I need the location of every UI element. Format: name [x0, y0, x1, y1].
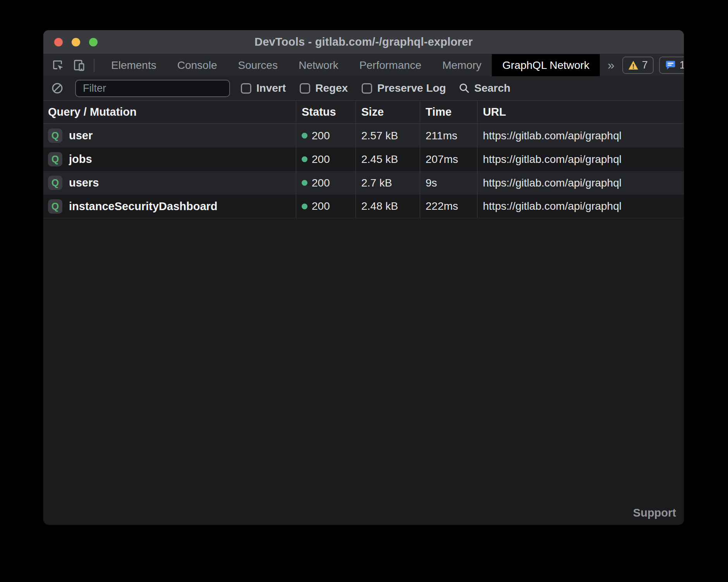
url-cell: https://gitlab.com/api/graphql	[477, 124, 684, 147]
filter-bar: InvertRegexPreserve Log Search	[43, 76, 684, 101]
checkbox-box[interactable]	[300, 83, 310, 94]
inspect-cursor-icon	[52, 59, 65, 72]
toolbar-right: 7 1	[622, 54, 684, 76]
status-code: 200	[312, 153, 330, 166]
device-toolbar-button[interactable]	[70, 57, 88, 74]
table-row-user[interactable]: Quser2002.57 kB211mshttps://gitlab.com/a…	[43, 124, 684, 147]
status-code: 200	[312, 177, 330, 189]
time-cell: 222ms	[420, 195, 477, 218]
table-row-jobs[interactable]: Qjobs2002.45 kB207mshttps://gitlab.com/a…	[43, 147, 684, 171]
filter-input[interactable]	[75, 80, 230, 97]
status-dot	[302, 156, 307, 162]
status-cell: 200	[296, 171, 355, 195]
support-link[interactable]: Support	[633, 507, 676, 519]
message-count: 1	[680, 59, 684, 71]
tab-performance[interactable]: Performance	[349, 54, 432, 76]
table-body: Quser2002.57 kB211mshttps://gitlab.com/a…	[43, 124, 684, 218]
tab-graphql-network[interactable]: GraphQL Network	[492, 54, 600, 76]
filter-checkboxes: InvertRegexPreserve Log	[241, 82, 446, 94]
tab-sources[interactable]: Sources	[227, 54, 288, 76]
traffic-lights	[54, 30, 98, 54]
block-icon	[51, 82, 64, 94]
search-label: Search	[474, 82, 510, 94]
panel-tabs: ElementsConsoleSourcesNetworkPerformance…	[101, 54, 600, 76]
status-dot	[302, 180, 307, 186]
status-cell: 200	[296, 124, 355, 147]
checkbox-label: Invert	[256, 82, 286, 94]
zoom-button[interactable]	[89, 38, 98, 46]
toolbar-left-icons	[43, 54, 101, 76]
query-name: instanceSecurityDashboard	[69, 200, 218, 213]
column-header-status[interactable]: Status	[296, 101, 355, 123]
table-row-instanceSecurityDashboard[interactable]: QinstanceSecurityDashboard2002.48 kB222m…	[43, 195, 684, 218]
search-control[interactable]: Search	[458, 82, 510, 94]
query-name: user	[69, 129, 93, 142]
time-cell: 207ms	[420, 147, 477, 171]
messages-badge[interactable]: 1	[659, 56, 684, 74]
size-cell: 2.45 kB	[355, 147, 420, 171]
query-name: users	[69, 176, 99, 189]
checkbox-regex[interactable]: Regex	[300, 82, 348, 94]
status-cell: 200	[296, 195, 355, 218]
device-toolbar-icon	[72, 59, 86, 72]
chat-bubble-icon	[665, 60, 676, 70]
toolbar-divider	[94, 59, 94, 72]
warning-count: 7	[642, 59, 648, 71]
status-code: 200	[312, 200, 330, 212]
url-cell: https://gitlab.com/api/graphql	[477, 195, 684, 218]
clear-block-button[interactable]	[50, 81, 64, 95]
table-row-users[interactable]: Qusers2002.7 kB9shttps://gitlab.com/api/…	[43, 171, 684, 195]
search-icon	[458, 82, 470, 94]
checkbox-label: Regex	[315, 82, 348, 94]
query-type-badge: Q	[48, 176, 62, 190]
window-title: DevTools - gitlab.com/-/graphql-explorer	[254, 36, 472, 48]
query-cell: Quser	[43, 124, 296, 147]
warning-triangle-icon	[628, 60, 639, 70]
query-cell: Qjobs	[43, 147, 296, 171]
checkbox-box[interactable]	[241, 83, 251, 94]
checkbox-box[interactable]	[362, 83, 372, 94]
close-button[interactable]	[54, 38, 63, 46]
devtools-tab-bar: ElementsConsoleSourcesNetworkPerformance…	[43, 54, 684, 76]
size-cell: 2.57 kB	[355, 124, 420, 147]
checkbox-invert[interactable]: Invert	[241, 82, 286, 94]
size-cell: 2.48 kB	[355, 195, 420, 218]
issues-warning-badge[interactable]: 7	[622, 56, 654, 74]
status-dot	[302, 133, 307, 139]
column-header-time[interactable]: Time	[420, 101, 477, 123]
query-type-badge: Q	[48, 199, 62, 214]
time-cell: 211ms	[420, 124, 477, 147]
time-cell: 9s	[420, 171, 477, 195]
tab-console[interactable]: Console	[167, 54, 228, 76]
tab-memory[interactable]: Memory	[432, 54, 492, 76]
title-bar: DevTools - gitlab.com/-/graphql-explorer	[43, 30, 684, 54]
empty-content-area	[43, 218, 684, 525]
size-cell: 2.7 kB	[355, 171, 420, 195]
more-tabs-button[interactable]: »	[600, 54, 622, 76]
column-header-url[interactable]: URL	[477, 101, 684, 123]
query-cell: Qusers	[43, 171, 296, 195]
query-type-badge: Q	[48, 152, 62, 166]
query-cell: QinstanceSecurityDashboard	[43, 195, 296, 218]
query-type-badge: Q	[48, 128, 62, 143]
url-cell: https://gitlab.com/api/graphql	[477, 147, 684, 171]
tab-elements[interactable]: Elements	[101, 54, 167, 76]
status-code: 200	[312, 130, 330, 142]
column-header-size[interactable]: Size	[355, 101, 420, 123]
url-cell: https://gitlab.com/api/graphql	[477, 171, 684, 195]
checkbox-preserve-log[interactable]: Preserve Log	[362, 82, 446, 94]
minimize-button[interactable]	[72, 38, 80, 46]
devtools-window: DevTools - gitlab.com/-/graphql-explorer…	[43, 30, 684, 525]
inspect-element-button[interactable]	[50, 57, 67, 74]
checkbox-label: Preserve Log	[377, 82, 446, 94]
column-header-query[interactable]: Query / Mutation	[43, 101, 296, 123]
tab-network[interactable]: Network	[288, 54, 349, 76]
status-dot	[302, 204, 307, 209]
status-cell: 200	[296, 147, 355, 171]
query-name: jobs	[69, 153, 92, 166]
table-header: Query / Mutation Status Size Time URL	[43, 101, 684, 124]
